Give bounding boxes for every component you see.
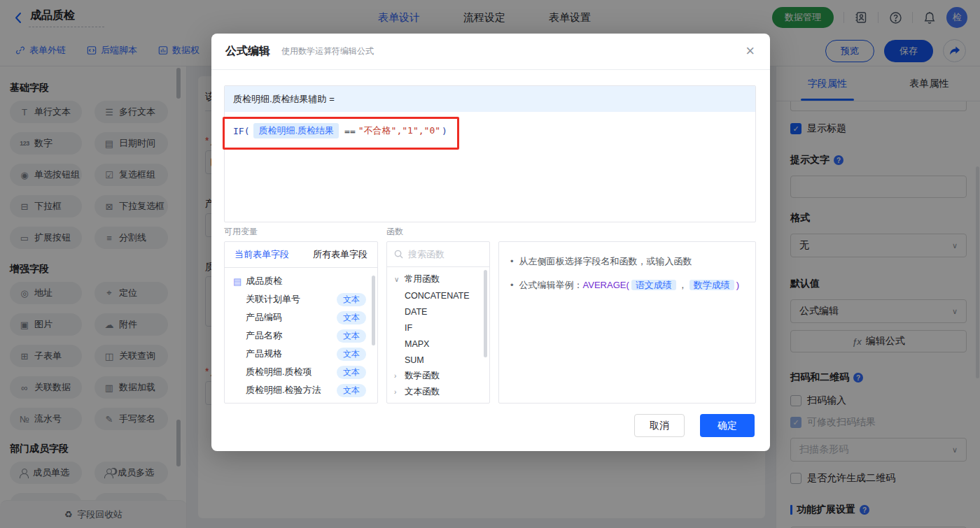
field-type-badge: 文本 [337,293,366,306]
function-item[interactable]: SUM [387,352,489,368]
field-type-badge: 文本 [337,311,366,324]
formula-target-bar: 质检明细.质检结果辅助 = [225,86,755,112]
function-item[interactable]: IF [387,320,489,336]
field-type-badge: 文本 [337,384,366,397]
cancel-button[interactable]: 取消 [634,414,685,437]
functions-label: 函数 [386,226,403,238]
formula-edit-dialog: 公式编辑 使用数学运算符编辑公式 × 质检明细.质检结果辅助 = IF( 质检明… [211,34,770,451]
function-item[interactable]: MAPX [387,336,489,352]
function-search[interactable] [387,242,489,267]
formula-close-paren: ) [442,126,447,136]
variable-field-row[interactable]: 产品名称文本 [225,327,377,345]
function-item[interactable]: CONCATENATE [387,287,489,304]
functions-scrollbar[interactable] [484,270,487,357]
caret-right-icon: › [394,372,401,380]
formula-arguments: "不合格","1","0" [358,124,440,137]
variable-form-node[interactable]: ▤ 成品质检 [225,272,377,290]
function-group-text[interactable]: ›文本函数 [387,384,489,400]
example-field-chip: 数学成绩 [690,280,734,290]
formula-editor: 质检明细.质检结果辅助 = IF( 质检明细.质检结果 == "不合格","1"… [224,85,756,222]
dialog-title: 公式编辑 [225,44,270,59]
formula-code-area[interactable]: IF( 质检明细.质检结果 == "不合格","1","0" ) [225,112,755,150]
variable-field-row[interactable]: 质检明细.检验方法文本 [225,381,377,399]
field-type-badge: 文本 [337,366,366,379]
variables-scrollbar[interactable] [372,276,375,345]
function-item[interactable]: DATE [387,304,489,320]
variables-panel: 当前表单字段 所有表单字段 ▤ 成品质检 关联计划单号文本 产品编码文本 产品名… [224,241,378,404]
functions-panel: ∨常用函数 CONCATENATE DATE IF MAPX SUM ›数学函数… [386,241,490,404]
dialog-subtitle: 使用数学运算符编辑公式 [281,45,374,57]
caret-down-icon: ∨ [394,276,401,283]
function-group-common[interactable]: ∨常用函数 [387,271,489,287]
help-tip-1: •从左侧面板选择字段名和函数，或输入函数 [510,255,744,269]
variable-field-row[interactable]: 产品编码文本 [225,308,377,327]
help-tip-2: • 公式编辑举例：AVERAGE(语文成绩，数学成绩) [510,278,744,292]
example-field-chip: 语文成绩 [631,280,676,290]
caret-right-icon: › [394,388,401,396]
formula-operator: == [344,126,356,136]
function-group-math[interactable]: ›数学函数 [387,368,489,384]
variable-field-row[interactable]: 质检明细.质检项文本 [225,363,377,381]
variable-field-row[interactable]: 产品规格文本 [225,345,377,363]
form-doc-icon: ▤ [233,276,241,287]
variable-field-row[interactable]: 关联计划单号文本 [225,290,377,308]
tab-all-form-fields[interactable]: 所有表单字段 [313,248,368,261]
field-type-badge: 文本 [337,348,366,361]
close-icon[interactable]: × [746,43,755,59]
formula-field-chip[interactable]: 质检明细.质检结果 [253,123,339,138]
variable-field-row-partial [225,399,377,404]
field-type-badge [346,403,366,404]
formula-keyword: IF( [233,126,249,136]
confirm-button[interactable]: 确定 [700,414,755,437]
field-type-badge: 文本 [337,329,366,343]
search-icon [394,250,403,259]
variables-label: 可用变量 [224,226,258,238]
function-search-input[interactable] [408,249,478,259]
tab-current-form-fields[interactable]: 当前表单字段 [234,248,289,261]
formula-help-panel: •从左侧面板选择字段名和函数，或输入函数 • 公式编辑举例：AVERAGE(语文… [498,241,756,404]
